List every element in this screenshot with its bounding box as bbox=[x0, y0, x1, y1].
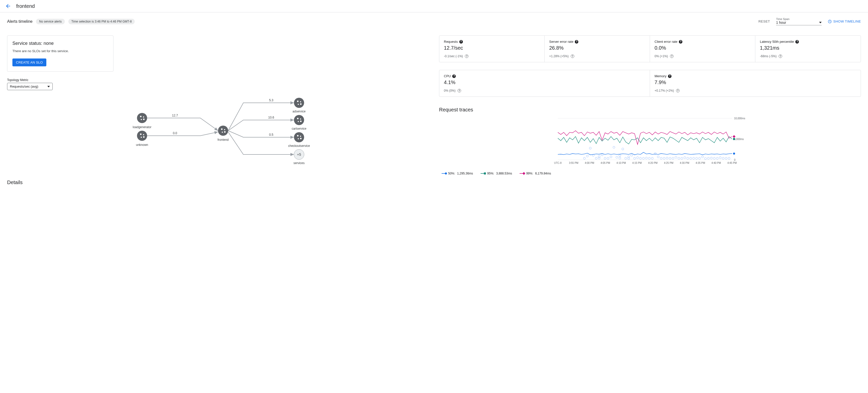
svg-point-89 bbox=[728, 157, 730, 159]
svg-point-53 bbox=[645, 157, 647, 159]
alerts-title: Alerts timeline bbox=[7, 19, 32, 24]
svg-point-42 bbox=[601, 154, 603, 156]
svg-point-46 bbox=[619, 155, 621, 157]
metric-cell: Requests? 12.7/sec -0.1/sec (-1%)? bbox=[439, 36, 545, 62]
metrics-row-1: Requests? 12.7/sec -0.1/sec (-1%)? Serve… bbox=[439, 35, 861, 62]
help-icon[interactable]: ? bbox=[452, 74, 456, 78]
svg-text:0: 0 bbox=[734, 158, 736, 161]
node-frontend[interactable] bbox=[218, 126, 228, 136]
time-selection-chip: Time selection is 3:46 PM to 4:46 PM GMT… bbox=[68, 19, 135, 24]
metric-cell: CPU? 4.1% 0% (0%)? bbox=[439, 70, 650, 96]
reset-button[interactable]: RESET bbox=[758, 20, 770, 23]
svg-point-75 bbox=[663, 157, 665, 159]
request-traces-chart[interactable]: 05,000ms10,000msUTC-83:55 PM4:00 PM4:05 … bbox=[439, 116, 861, 169]
svg-point-67 bbox=[607, 157, 609, 159]
svg-point-76 bbox=[669, 157, 671, 159]
svg-text:12.7: 12.7 bbox=[172, 114, 178, 117]
svg-point-48 bbox=[622, 148, 624, 150]
help-icon[interactable]: ? bbox=[575, 40, 578, 43]
metric-cell: Latency 50th percentile? 1,321ms -68ms (… bbox=[755, 36, 861, 62]
metrics-row-2: CPU? 4.1% 0% (0%)? Memory? 7.9% +0.17% (… bbox=[439, 70, 861, 97]
svg-point-82 bbox=[695, 157, 698, 159]
details-heading: Details bbox=[7, 180, 429, 185]
svg-text:4:05 PM: 4:05 PM bbox=[600, 161, 610, 164]
legend-item[interactable]: 99%: 6,179.84ms bbox=[520, 172, 551, 175]
svg-text:5,000ms: 5,000ms bbox=[734, 138, 744, 141]
node-loadgenerator[interactable] bbox=[137, 113, 147, 123]
chart-legend: 50%: 1,295.36ms 95%: 3,888.53ms 99%: 6,1… bbox=[439, 172, 861, 175]
node-cartservice[interactable] bbox=[294, 115, 304, 125]
help-icon[interactable]: ? bbox=[571, 55, 574, 58]
alerts-timeline-bar: Alerts timeline No service alerts Time s… bbox=[7, 18, 861, 25]
svg-text:checkoutservice: checkoutservice bbox=[288, 144, 310, 148]
page-title: frontend bbox=[16, 3, 35, 9]
svg-point-71 bbox=[642, 157, 644, 159]
svg-point-62 bbox=[710, 157, 712, 159]
svg-point-86 bbox=[716, 157, 718, 159]
help-icon[interactable]: ? bbox=[795, 40, 799, 43]
svg-point-90 bbox=[733, 152, 735, 154]
help-icon[interactable]: ? bbox=[679, 40, 682, 43]
request-traces-heading: Request traces bbox=[439, 107, 861, 113]
svg-text:4:10 PM: 4:10 PM bbox=[617, 161, 626, 164]
left-column: Service status: none There are no SLOs s… bbox=[7, 35, 429, 185]
help-icon[interactable]: ? bbox=[458, 89, 461, 92]
svg-text:+5: +5 bbox=[297, 152, 301, 156]
svg-point-45 bbox=[616, 156, 618, 158]
svg-point-52 bbox=[637, 157, 639, 159]
svg-point-37 bbox=[586, 155, 588, 157]
service-status-title: Service status: none bbox=[12, 41, 108, 46]
svg-point-80 bbox=[687, 157, 689, 159]
svg-point-65 bbox=[595, 157, 597, 159]
svg-point-68 bbox=[625, 157, 627, 159]
right-column: Requests? 12.7/sec -0.1/sec (-1%)? Serve… bbox=[439, 35, 861, 185]
node-unknown[interactable] bbox=[137, 131, 147, 141]
help-icon[interactable]: ? bbox=[676, 89, 680, 92]
help-icon[interactable]: ? bbox=[779, 55, 782, 58]
svg-text:5.3: 5.3 bbox=[269, 98, 274, 102]
legend-item[interactable]: 50%: 1,295.36ms bbox=[442, 172, 473, 175]
svg-point-57 bbox=[675, 156, 677, 158]
svg-text:3:55 PM: 3:55 PM bbox=[569, 161, 578, 164]
help-icon[interactable]: ? bbox=[670, 55, 674, 58]
svg-point-74 bbox=[660, 157, 662, 159]
svg-point-70 bbox=[640, 157, 642, 159]
timespan-value: 1 hour bbox=[776, 21, 786, 25]
svg-text:10.6: 10.6 bbox=[268, 116, 274, 119]
svg-point-44 bbox=[613, 146, 615, 148]
svg-text:4:00 PM: 4:00 PM bbox=[585, 161, 594, 164]
help-icon[interactable]: ? bbox=[459, 40, 463, 43]
help-icon[interactable]: ? bbox=[668, 74, 672, 78]
svg-point-59 bbox=[690, 157, 692, 159]
svg-text:unknown: unknown bbox=[136, 143, 148, 147]
svg-point-88 bbox=[725, 157, 727, 159]
svg-point-78 bbox=[678, 157, 680, 159]
svg-point-47 bbox=[619, 157, 621, 159]
clock-icon bbox=[828, 20, 832, 24]
svg-point-69 bbox=[633, 157, 636, 159]
topology-metric-select[interactable]: Requests/sec (avg) bbox=[7, 83, 53, 90]
node-checkoutservice[interactable] bbox=[294, 132, 304, 142]
metric-cell: Server error rate? 26.8% +1.28% (+5%)? bbox=[545, 36, 650, 62]
svg-point-83 bbox=[699, 157, 701, 159]
service-status-card: Service status: none There are no SLOs s… bbox=[7, 35, 114, 72]
legend-item[interactable]: 95%: 3,888.53ms bbox=[480, 172, 512, 175]
svg-point-55 bbox=[657, 156, 659, 158]
svg-text:services: services bbox=[293, 161, 305, 165]
topology-graph[interactable]: 12.7 0.0 5.3 10.6 0.5 loadgenerator unkn… bbox=[7, 93, 429, 174]
svg-text:loadgenerator: loadgenerator bbox=[133, 125, 151, 129]
help-icon[interactable]: ? bbox=[465, 55, 468, 58]
svg-point-73 bbox=[651, 157, 653, 159]
timespan-select[interactable]: Time Span 1 hour bbox=[776, 18, 822, 25]
svg-text:4:45 PM: 4:45 PM bbox=[727, 161, 737, 164]
svg-point-77 bbox=[672, 157, 674, 159]
node-adservice[interactable] bbox=[294, 98, 304, 108]
svg-point-85 bbox=[713, 157, 715, 159]
svg-text:UTC-8: UTC-8 bbox=[554, 161, 562, 164]
back-arrow-icon[interactable] bbox=[5, 3, 11, 9]
svg-text:4:40 PM: 4:40 PM bbox=[712, 161, 721, 164]
svg-point-38 bbox=[589, 147, 591, 149]
show-timeline-button[interactable]: SHOW TIMELINE bbox=[828, 20, 861, 24]
svg-text:0.5: 0.5 bbox=[269, 133, 274, 137]
create-slo-button[interactable]: CREATE AN SLO bbox=[12, 59, 46, 66]
